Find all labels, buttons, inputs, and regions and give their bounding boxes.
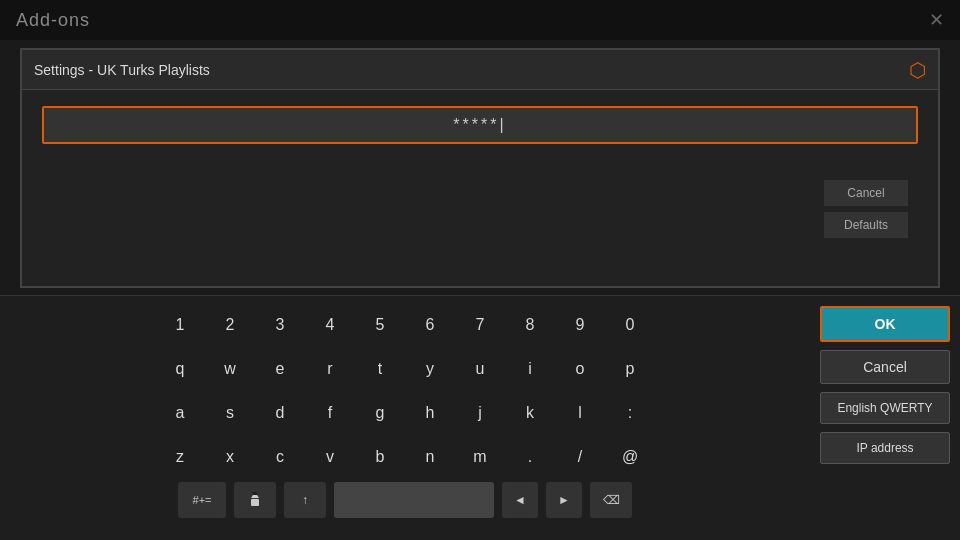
key-row-asdf: a s d f g h j k l : bbox=[20, 394, 790, 432]
key-n[interactable]: n bbox=[409, 438, 451, 476]
key-u[interactable]: u bbox=[459, 350, 501, 388]
svg-rect-1 bbox=[253, 492, 257, 495]
key-s[interactable]: s bbox=[209, 394, 251, 432]
settings-logo-icon: ⬡ bbox=[909, 58, 926, 82]
key-space[interactable] bbox=[334, 482, 494, 518]
header-bar: Add-ons ✕ bbox=[0, 0, 960, 40]
password-input-display: *****| bbox=[56, 116, 904, 134]
key-at[interactable]: @ bbox=[609, 438, 651, 476]
key-e[interactable]: e bbox=[259, 350, 301, 388]
key-backspace[interactable]: ⌫ bbox=[590, 482, 632, 518]
key-3[interactable]: 3 bbox=[259, 306, 301, 344]
key-period[interactable]: . bbox=[509, 438, 551, 476]
dialog-cancel-button[interactable]: Cancel bbox=[824, 180, 908, 206]
settings-dialog: Settings - UK Turks Playlists ⬡ *****| C… bbox=[20, 48, 940, 288]
key-d[interactable]: d bbox=[259, 394, 301, 432]
key-9[interactable]: 9 bbox=[559, 306, 601, 344]
keyboard-right-panel: OK Cancel English QWERTY IP address bbox=[810, 296, 960, 540]
key-v[interactable]: v bbox=[309, 438, 351, 476]
key-p[interactable]: p bbox=[609, 350, 651, 388]
key-g[interactable]: g bbox=[359, 394, 401, 432]
key-5[interactable]: 5 bbox=[359, 306, 401, 344]
header-title: Add-ons bbox=[16, 10, 90, 31]
key-l[interactable]: l bbox=[559, 394, 601, 432]
key-z[interactable]: z bbox=[159, 438, 201, 476]
ok-button[interactable]: OK bbox=[820, 306, 950, 342]
layout-button[interactable]: English QWERTY bbox=[820, 392, 950, 424]
key-7[interactable]: 7 bbox=[459, 306, 501, 344]
key-x[interactable]: x bbox=[209, 438, 251, 476]
key-colon[interactable]: : bbox=[609, 394, 651, 432]
key-row-numbers: 1 2 3 4 5 6 7 8 9 0 bbox=[20, 306, 790, 344]
close-icon[interactable]: ✕ bbox=[929, 9, 944, 31]
keyboard-main: 1 2 3 4 5 6 7 8 9 0 q w e r t y u i o p … bbox=[0, 296, 810, 540]
key-y[interactable]: y bbox=[409, 350, 451, 388]
cancel-button[interactable]: Cancel bbox=[820, 350, 950, 384]
key-shift-lock[interactable] bbox=[234, 482, 276, 518]
key-k[interactable]: k bbox=[509, 394, 551, 432]
key-c[interactable]: c bbox=[259, 438, 301, 476]
key-q[interactable]: q bbox=[159, 350, 201, 388]
key-r[interactable]: r bbox=[309, 350, 351, 388]
settings-title-bar: Settings - UK Turks Playlists ⬡ bbox=[22, 50, 938, 90]
key-slash[interactable]: / bbox=[559, 438, 601, 476]
key-i[interactable]: i bbox=[509, 350, 551, 388]
key-left-arrow[interactable]: ◄ bbox=[502, 482, 538, 518]
key-j[interactable]: j bbox=[459, 394, 501, 432]
settings-dialog-title: Settings - UK Turks Playlists bbox=[34, 62, 210, 78]
key-8[interactable]: 8 bbox=[509, 306, 551, 344]
key-h[interactable]: h bbox=[409, 394, 451, 432]
keyboard-area: 1 2 3 4 5 6 7 8 9 0 q w e r t y u i o p … bbox=[0, 295, 960, 540]
key-1[interactable]: 1 bbox=[159, 306, 201, 344]
key-4[interactable]: 4 bbox=[309, 306, 351, 344]
dialog-buttons: Cancel Defaults bbox=[824, 180, 908, 238]
password-input-wrapper[interactable]: *****| bbox=[42, 106, 918, 144]
key-0[interactable]: 0 bbox=[609, 306, 651, 344]
key-right-arrow[interactable]: ► bbox=[546, 482, 582, 518]
key-f[interactable]: f bbox=[309, 394, 351, 432]
key-b[interactable]: b bbox=[359, 438, 401, 476]
key-row-qwerty: q w e r t y u i o p bbox=[20, 350, 790, 388]
key-w[interactable]: w bbox=[209, 350, 251, 388]
key-6[interactable]: 6 bbox=[409, 306, 451, 344]
key-2[interactable]: 2 bbox=[209, 306, 251, 344]
dialog-defaults-button[interactable]: Defaults bbox=[824, 212, 908, 238]
key-shift[interactable]: ↑ bbox=[284, 482, 326, 518]
svg-rect-0 bbox=[251, 499, 259, 506]
mode-button[interactable]: IP address bbox=[820, 432, 950, 464]
key-row-zxcv: z x c v b n m . / @ bbox=[20, 438, 790, 476]
key-o[interactable]: o bbox=[559, 350, 601, 388]
key-symbols[interactable]: #+= bbox=[178, 482, 226, 518]
key-row-special: #+= ↑ ◄ ► ⌫ bbox=[20, 482, 790, 518]
key-m[interactable]: m bbox=[459, 438, 501, 476]
key-t[interactable]: t bbox=[359, 350, 401, 388]
key-a[interactable]: a bbox=[159, 394, 201, 432]
